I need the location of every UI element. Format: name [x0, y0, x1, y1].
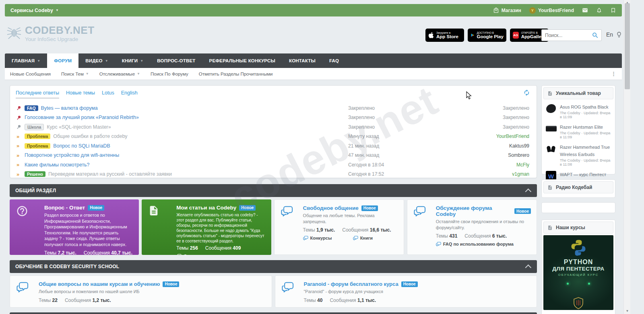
tab-faq[interactable]: FAQ [322, 53, 346, 68]
product-title-link[interactable]: Razer Huntsman Elite [560, 125, 603, 129]
thread-user-link[interactable]: Sombrero [508, 152, 529, 158]
logo-subtitle: Your InfoSec Upgrade [25, 36, 95, 42]
messages-envelope-icon[interactable] [582, 7, 588, 13]
widget-our-courses: Наши курсы PYTHON ДЛЯ ПЕНТЕСТЕРА ОБУЧАЮЩ… [541, 220, 615, 314]
course-banner-python-pentester[interactable]: PYTHON ДЛЯ ПЕНТЕСТЕРА ОБУЧАЮЩИЙ КУРС [543, 235, 613, 310]
tab-label: ВОПРОС-ОТВЕТ [157, 58, 195, 63]
section-header-school: ОБУЧЕНИЕ В CODEBY SECURITY SCHOOL [10, 260, 537, 273]
thread-time: Закреплено [348, 115, 375, 120]
new-badge: Новое [163, 281, 179, 287]
forum-node-articles[interactable]: Мои статьи на CodebyНовое Желаете опубли… [142, 199, 271, 255]
thread-title-link[interactable]: Общие ошибки в работе codeby [53, 133, 127, 139]
product-title-link[interactable]: Asus ROG Spatha Black [560, 105, 608, 109]
services-menu[interactable]: Сервисы Codeby ▼ [10, 8, 59, 13]
node-stats: Темы 22 Сообщения 1,2 тыс. [39, 298, 266, 303]
node-title-link[interactable]: Свободное общение [303, 205, 359, 211]
subnav-watched[interactable]: Отслеживаемые▼ [94, 72, 145, 76]
subforum-link[interactable]: FAQ по использованию форума [443, 242, 514, 246]
collapse-chevron-icon[interactable] [525, 188, 532, 195]
product-title-link[interactable]: Razer Hammerhead True Wireless Earbuds [560, 145, 610, 157]
node-title-link[interactable]: Paranoid - форум бесплатного курса [304, 281, 398, 287]
thread-title-link[interactable]: Курс «SQL-injection Master» [47, 124, 111, 130]
chat-icon [303, 236, 308, 240]
thread-title-link[interactable]: Какие фильмы посмотреть? [25, 162, 89, 168]
subnav-search-forum[interactable]: Поиск По Форуму [145, 72, 194, 76]
tab-qa[interactable]: ВОПРОС-ОТВЕТ [150, 53, 202, 68]
widget-radio: Радио Кодебай [541, 179, 615, 198]
logo-title: CODEBY.NET [25, 25, 95, 35]
chat-icon [281, 205, 293, 217]
search-input[interactable] [542, 33, 592, 38]
theme-lightbulb-icon[interactable] [616, 31, 622, 39]
spider-logo-icon [6, 26, 22, 41]
thread-title-link[interactable]: Bytes — валюта форума [41, 105, 98, 111]
subforum-link[interactable]: Книги [360, 236, 373, 240]
forum-node-site-discussion[interactable]: Обсуждение форума CodebyНовое Оставляйте… [407, 199, 537, 255]
app-store-badge[interactable]: Загрузите вApp Store [425, 29, 464, 42]
thread-title-link[interactable]: Голосование за лучший ролик «Paranoid Re… [25, 115, 139, 120]
forum-node-qa[interactable]: Вопрос - ОтветНовое Раздел вопросов и от… [10, 199, 139, 255]
forum-node-course-questions[interactable]: Общие вопросы по нашим курсам и обучению… [10, 275, 272, 308]
thread-badge: Проблема [25, 133, 50, 139]
new-badge: Новое [88, 205, 104, 211]
tab-referral-contests[interactable]: РЕФЕРАЛЬНЫЕ КОНКУРСЫ [202, 53, 282, 68]
subnav-search-threads[interactable]: Поиск Тем▼ [56, 72, 94, 76]
thread-title-link[interactable]: Вопрос по SQLi MariaDB [53, 143, 110, 149]
subforum-link[interactable]: Конкурсы [310, 236, 332, 240]
chat-icon [414, 205, 426, 217]
forum-node-paranoid[interactable]: Paranoid - форум бесплатного курсаНовое … [275, 275, 537, 308]
tab-label: ГЛАВНАЯ [12, 58, 35, 63]
chevron-down-icon: ▼ [137, 72, 140, 76]
tab-books[interactable]: КНИГИ▼ [115, 53, 151, 68]
node-title-link[interactable]: Общие вопросы по нашим курсам и обучению [39, 281, 160, 287]
subnav-mark-read[interactable]: Отметить Разделы Прочитанными [194, 72, 278, 76]
thread-user-link[interactable]: Kaktus99 [509, 143, 529, 149]
thread-time: Закреплено [348, 124, 375, 130]
thread-title-link[interactable]: Переведем материал на русский - оставляй… [48, 171, 172, 177]
search-icon[interactable] [592, 32, 599, 39]
tab-forum[interactable]: ФОРУМ [47, 53, 78, 68]
subnav-new-posts[interactable]: Новые Сообщения [5, 72, 56, 76]
refresh-icon[interactable] [523, 89, 530, 96]
document-icon [547, 91, 553, 96]
language-toggle[interactable]: En [606, 31, 613, 38]
overflow-menu-icon[interactable]: ⋮ [611, 71, 616, 77]
collapse-chevron-icon[interactable] [525, 264, 532, 271]
latest-threads-panel: Последние ответы Новые темы Lotus Englis… [10, 85, 537, 178]
node-description: "Paranoid" - форум курса для учащихся [304, 289, 531, 295]
scroll-down-icon[interactable]: ▼ [624, 309, 631, 313]
thread-row: » Поворотное устройство для wifi-антенны… [10, 151, 537, 160]
site-logo[interactable]: CODEBY.NET Your InfoSec Upgrade [6, 25, 95, 42]
tab-contacts[interactable]: КОНТАКТЫ [282, 53, 322, 68]
node-title-link[interactable]: Вопрос - Ответ [44, 205, 85, 211]
thread-row: » Какие фильмы посмотреть? Сегодня в 18:… [10, 160, 537, 170]
forum-node-free-talk[interactable]: Свободное общениеНовое Общение на любые … [274, 199, 404, 255]
tab-new-threads[interactable]: Новые темы [66, 90, 95, 99]
tab-label: КОНТАКТЫ [289, 58, 316, 63]
shop-link[interactable]: Магазин [493, 7, 521, 13]
tab-english[interactable]: English [121, 90, 138, 99]
tab-latest-replies[interactable]: Последние ответы [16, 90, 59, 99]
chat-icon [282, 281, 294, 293]
tab-home[interactable]: ГЛАВНАЯ▼ [5, 53, 47, 68]
user-menu[interactable]: Y YourBestFriend [529, 7, 574, 14]
subforum-link[interactable]: Статьи других авторов [184, 254, 235, 255]
product-item: Razer Huntsman EliteThe Codeby · Updated… [542, 121, 615, 141]
bookmarks-icon[interactable] [610, 7, 616, 13]
google-play-badge[interactable]: ДОСТУПНО ВGoogle Play [468, 29, 506, 42]
node-title-link[interactable]: Мои статьи на Codeby [176, 205, 236, 211]
tab-video[interactable]: ВИДЕО▼ [78, 53, 115, 68]
product-meta: The Codeby · Updated: Вчера в 11:08 [560, 158, 611, 166]
notifications-bell-icon[interactable] [596, 7, 602, 13]
node-description: Оставляйте свои предложения и отзывы по … [436, 219, 531, 230]
thread-user-link[interactable]: McFly [516, 162, 529, 168]
scrollbar-thumb[interactable] [625, 3, 630, 89]
thread-user-link[interactable]: YourBestFriend [496, 133, 529, 139]
thread-title-link[interactable]: Поворотное устройство для wifi-антенны [25, 152, 119, 158]
node-title-link[interactable]: Обсуждение форума Codeby [436, 205, 512, 217]
main-nav: ГЛАВНАЯ▼ ФОРУМ ВИДЕО▼ КНИГИ▼ ВОПРОС-ОТВЕ… [5, 53, 622, 68]
thread-user-link[interactable]: v1gman [512, 171, 529, 177]
new-badge: Новое [514, 208, 531, 214]
forum-subnav: Новые Сообщения Поиск Тем▼ Отслеживаемые… [5, 68, 622, 80]
tab-lotus[interactable]: Lotus [102, 90, 114, 99]
